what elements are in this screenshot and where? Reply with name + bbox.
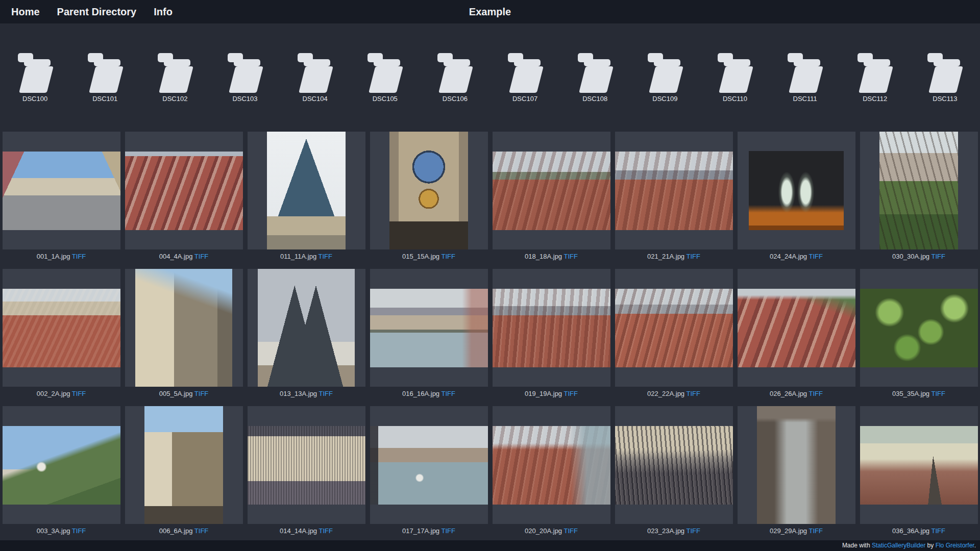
folder-item[interactable]: DSC111 xyxy=(770,51,840,103)
folder-item[interactable]: DSC102 xyxy=(140,51,210,103)
gallery-item: 006_6A.jpg TIFF xyxy=(122,406,245,535)
photo-thumbnail[interactable] xyxy=(738,289,855,367)
gallery-item: 001_1A.jpg TIFF xyxy=(0,132,122,260)
photo-filename: 020_20A.jpg xyxy=(525,527,562,535)
tiff-link[interactable]: TIFF xyxy=(194,390,208,397)
photo-filename: 030_30A.jpg xyxy=(892,253,929,260)
photo-card xyxy=(860,269,978,387)
gallery-item: 030_30A.jpg TIFF xyxy=(857,132,980,260)
folder-item[interactable]: DSC101 xyxy=(70,51,140,103)
builder-link[interactable]: StaticGalleryBuilder xyxy=(872,542,925,549)
photo-thumbnail[interactable] xyxy=(370,289,488,367)
folder-item[interactable]: DSC100 xyxy=(0,51,70,103)
folder-item[interactable]: DSC106 xyxy=(420,51,490,103)
folder-item[interactable]: DSC109 xyxy=(630,51,700,103)
folder-icon xyxy=(716,51,754,95)
photo-filename: 026_26A.jpg xyxy=(770,390,807,397)
tiff-link[interactable]: TIFF xyxy=(564,390,577,397)
photo-thumbnail[interactable] xyxy=(144,406,223,524)
photo-card xyxy=(615,269,733,387)
photo-filename: 036_36A.jpg xyxy=(892,527,929,535)
photo-thumbnail[interactable] xyxy=(267,132,346,249)
tiff-link[interactable]: TIFF xyxy=(808,390,822,397)
gallery-item: 035_35A.jpg TIFF xyxy=(857,269,980,397)
tiff-link[interactable]: TIFF xyxy=(564,527,577,535)
tiff-link[interactable]: TIFF xyxy=(931,390,945,397)
folder-item[interactable]: DSC110 xyxy=(700,51,770,103)
photo-thumbnail[interactable] xyxy=(757,406,836,524)
tiff-link[interactable]: TIFF xyxy=(318,390,332,397)
folder-label: DSC105 xyxy=(373,95,398,103)
photo-filename: 016_16A.jpg xyxy=(402,390,439,397)
photo-filename: 023_23A.jpg xyxy=(647,527,684,535)
photo-thumbnail[interactable] xyxy=(879,132,958,249)
tiff-link[interactable]: TIFF xyxy=(441,390,455,397)
tiff-link[interactable]: TIFF xyxy=(808,527,822,535)
photo-thumbnail[interactable] xyxy=(389,132,468,249)
photo-thumbnail[interactable] xyxy=(860,426,978,505)
photo-thumbnail[interactable] xyxy=(370,426,488,505)
photo-filename: 014_14A.jpg xyxy=(280,527,317,535)
photo-thumbnail[interactable] xyxy=(135,269,232,387)
nav-link-info[interactable]: Info xyxy=(154,6,173,18)
photo-card xyxy=(738,406,855,524)
photo-thumbnail[interactable] xyxy=(3,289,120,367)
photo-thumbnail[interactable] xyxy=(749,151,844,230)
photo-thumbnail[interactable] xyxy=(3,152,120,230)
footer-text: by xyxy=(925,542,935,549)
photo-card xyxy=(615,406,733,524)
photo-filename: 004_4A.jpg xyxy=(159,253,193,260)
photo-filename: 019_19A.jpg xyxy=(525,390,562,397)
nav-link-parent-directory[interactable]: Parent Directory xyxy=(57,6,137,18)
tiff-link[interactable]: TIFF xyxy=(686,527,700,535)
gallery-item: 016_16A.jpg TIFF xyxy=(368,269,490,397)
folder-label: DSC112 xyxy=(863,95,887,103)
photo-thumbnail[interactable] xyxy=(125,152,243,230)
folder-icon xyxy=(156,51,194,95)
photo-card xyxy=(248,132,365,249)
tiff-link[interactable]: TIFF xyxy=(931,527,945,535)
folder-item[interactable]: DSC113 xyxy=(910,51,980,103)
photo-thumbnail[interactable] xyxy=(615,289,733,367)
folder-item[interactable]: DSC108 xyxy=(560,51,630,103)
photo-thumbnail[interactable] xyxy=(493,289,610,367)
photo-thumbnail[interactable] xyxy=(3,426,120,505)
tiff-link[interactable]: TIFF xyxy=(318,527,332,535)
gallery-item: 026_26A.jpg TIFF xyxy=(735,269,857,397)
tiff-link[interactable]: TIFF xyxy=(686,390,700,397)
tiff-link[interactable]: TIFF xyxy=(808,253,822,260)
tiff-link[interactable]: TIFF xyxy=(686,253,700,260)
folder-item[interactable]: DSC104 xyxy=(280,51,350,103)
photo-thumbnail[interactable] xyxy=(258,269,355,387)
photo-card xyxy=(370,132,488,249)
photo-thumbnail[interactable] xyxy=(615,426,733,505)
gallery-item: 011_11A.jpg TIFF xyxy=(245,132,368,260)
tiff-link[interactable]: TIFF xyxy=(441,527,455,535)
nav-link-home[interactable]: Home xyxy=(11,6,40,18)
folder-item[interactable]: DSC107 xyxy=(490,51,560,103)
photo-thumbnail[interactable] xyxy=(493,152,610,230)
photo-thumbnail[interactable] xyxy=(248,426,365,505)
photo-thumbnail[interactable] xyxy=(493,426,610,505)
author-link[interactable]: Flo Greistorfer xyxy=(936,542,974,549)
tiff-link[interactable]: TIFF xyxy=(194,253,208,260)
tiff-link[interactable]: TIFF xyxy=(194,527,208,535)
tiff-link[interactable]: TIFF xyxy=(564,253,577,260)
gallery-item: 024_24A.jpg TIFF xyxy=(735,132,857,260)
tiff-link[interactable]: TIFF xyxy=(931,253,945,260)
photo-caption: 019_19A.jpg TIFF xyxy=(525,390,578,397)
tiff-link[interactable]: TIFF xyxy=(72,253,86,260)
tiff-link[interactable]: TIFF xyxy=(318,253,332,260)
tiff-link[interactable]: TIFF xyxy=(441,253,455,260)
photo-card xyxy=(615,132,733,249)
photo-caption: 023_23A.jpg TIFF xyxy=(647,527,700,535)
photo-thumbnail[interactable] xyxy=(860,289,978,367)
photo-filename: 035_35A.jpg xyxy=(892,390,929,397)
folder-item[interactable]: DSC103 xyxy=(210,51,280,103)
photo-thumbnail[interactable] xyxy=(615,152,733,230)
tiff-link[interactable]: TIFF xyxy=(72,527,86,535)
tiff-link[interactable]: TIFF xyxy=(72,390,86,397)
photo-card xyxy=(3,269,120,387)
folder-item[interactable]: DSC105 xyxy=(350,51,420,103)
folder-item[interactable]: DSC112 xyxy=(840,51,910,103)
